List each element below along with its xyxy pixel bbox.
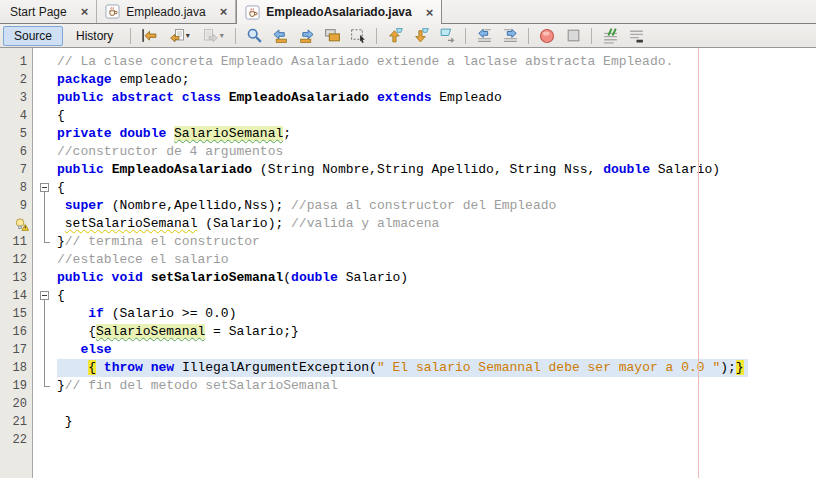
code-line-4[interactable]: {: [57, 107, 816, 125]
tab-empleado-asalariado-java[interactable]: EmpleadoAsalariado.java ×: [236, 0, 442, 24]
close-icon[interactable]: ×: [426, 6, 434, 19]
code-token: [57, 360, 88, 375]
code-token: {: [57, 324, 96, 339]
history-view-button[interactable]: History: [65, 26, 124, 46]
fold-mid-marker: [33, 359, 57, 377]
toggle-bookmark-button[interactable]: [435, 25, 459, 47]
code-line-6[interactable]: //constructor de 4 argumentos: [57, 143, 816, 161]
code-token: {: [57, 288, 65, 303]
code-token: // termina el constructor: [65, 234, 260, 249]
find-selection-button[interactable]: [242, 25, 266, 47]
fold-mid-marker: [33, 323, 57, 341]
java-file-icon: [245, 5, 260, 20]
code-token: (Nombre,Apellido,Nss);: [104, 198, 291, 213]
editor-tab-bar: Start Page × Empleado.java × EmpleadoAsa…: [0, 0, 816, 24]
line-number: 12: [0, 251, 32, 269]
line-number: 16: [0, 323, 32, 341]
dropdown-caret-icon[interactable]: ▾: [220, 31, 224, 40]
close-icon[interactable]: ×: [81, 5, 89, 18]
last-edit-location-button[interactable]: [137, 25, 161, 47]
source-view-button[interactable]: Source: [3, 26, 63, 46]
shift-line-right-button[interactable]: [498, 25, 522, 47]
fold-cell: [33, 395, 57, 413]
line-number: 20: [0, 395, 32, 413]
code-line-9[interactable]: super (Nombre,Apellido,Nss); //pasa al c…: [57, 197, 816, 215]
tab-empleado-java[interactable]: Empleado.java ×: [97, 0, 236, 23]
search-icon: [246, 27, 263, 44]
code-line-21[interactable]: }: [57, 413, 816, 431]
rectangular-selection-icon: [350, 27, 367, 44]
editor-hint-gutter-icon[interactable]: [0, 215, 32, 233]
code-editor[interactable]: 123456789 111213141516171819202122 // La…: [0, 48, 816, 478]
fold-cell: [33, 431, 57, 449]
code-token: private: [57, 126, 112, 141]
rectangular-selection-button[interactable]: [346, 25, 370, 47]
toggle-highlight-search-button[interactable]: [320, 25, 344, 47]
find-previous-button[interactable]: [268, 25, 292, 47]
fold-start-marker[interactable]: [33, 287, 57, 305]
shift-line-left-button[interactable]: [472, 25, 496, 47]
code-line-15[interactable]: if (Salario >= 0.0): [57, 305, 816, 323]
line-number: 8: [0, 179, 32, 197]
line-number: 15: [0, 305, 32, 323]
stop-macro-recording-button[interactable]: [561, 25, 585, 47]
code-line-5[interactable]: private double SalarioSemanal;: [57, 125, 816, 143]
fold-cell: [33, 71, 57, 89]
code-line-2[interactable]: package empleado;: [57, 71, 816, 89]
code-token: IllegalArgumentException(: [174, 360, 377, 375]
code-line-17[interactable]: else: [57, 341, 816, 359]
uncomment-button[interactable]: [624, 25, 648, 47]
code-line-7[interactable]: public EmpleadoAsalariado (String Nombre…: [57, 161, 816, 179]
previous-bookmark-button[interactable]: [383, 25, 407, 47]
java-file-icon-slot: [245, 5, 260, 20]
code-line-8[interactable]: {: [57, 179, 816, 197]
dropdown-caret-icon[interactable]: ▾: [186, 31, 190, 40]
fold-end-marker: [33, 233, 57, 251]
code-line-1[interactable]: // La clase concreta Empleado Asalariado…: [57, 53, 816, 71]
code-line-13[interactable]: public void setSalarioSemanal(double Sal…: [57, 269, 816, 287]
code-token: extends: [377, 90, 432, 105]
toolbar-separator: [465, 28, 466, 44]
code-token: " El salario Semannal debe ser mayor a 0…: [377, 360, 720, 375]
code-line-18[interactable]: { throw new IllegalArgumentException(" E…: [57, 359, 816, 377]
forward-icon: [203, 28, 219, 44]
close-icon[interactable]: ×: [220, 5, 228, 18]
fold-start-marker[interactable]: [33, 179, 57, 197]
tab-start-page[interactable]: Start Page ×: [0, 0, 97, 23]
code-token: Salario): [338, 270, 408, 285]
next-bookmark-button[interactable]: [409, 25, 433, 47]
tab-label: Start Page: [10, 5, 67, 19]
code-line-10[interactable]: setSalarioSemanal (Salario); //valida y …: [57, 215, 816, 233]
netbeans-editor-window: Start Page × Empleado.java × EmpleadoAsa…: [0, 0, 816, 478]
code-token: [369, 90, 377, 105]
code-line-16[interactable]: {SalarioSemanal = Salario;}: [57, 323, 816, 341]
code-token: Empleado: [432, 90, 502, 105]
fold-collapse-icon[interactable]: [40, 183, 49, 192]
code-line-12[interactable]: //establece el salario: [57, 251, 816, 269]
fold-collapse-icon[interactable]: [40, 291, 49, 300]
code-token: }: [57, 414, 73, 429]
back-button[interactable]: ▾: [163, 25, 195, 47]
code-token: {: [57, 180, 65, 195]
forward-button[interactable]: ▾: [197, 25, 229, 47]
code-line-20[interactable]: [57, 395, 816, 413]
code-token: double: [119, 126, 166, 141]
code-token: [143, 270, 151, 285]
code-line-3[interactable]: public abstract class EmpleadoAsalariado…: [57, 89, 816, 107]
code-token: EmpleadoAsalariado: [229, 90, 369, 105]
line-number: 9: [0, 197, 32, 215]
code-line-19[interactable]: }// fin del metodo setSalarioSemanal: [57, 377, 816, 395]
comment-button[interactable]: [598, 25, 622, 47]
code-line-22[interactable]: [57, 431, 816, 449]
code-line-14[interactable]: {: [57, 287, 816, 305]
find-previous-icon: [272, 27, 289, 44]
start-macro-recording-button[interactable]: [535, 25, 559, 47]
code-token: [57, 198, 65, 213]
toggle-highlight-search-icon: [324, 27, 341, 44]
find-next-button[interactable]: [294, 25, 318, 47]
line-number: 21: [0, 413, 32, 431]
code-line-11[interactable]: }// termina el constructor: [57, 233, 816, 251]
code-token: throw: [104, 360, 143, 375]
code-token: //valida y almacena: [291, 216, 439, 231]
code-token: public void: [57, 270, 143, 285]
